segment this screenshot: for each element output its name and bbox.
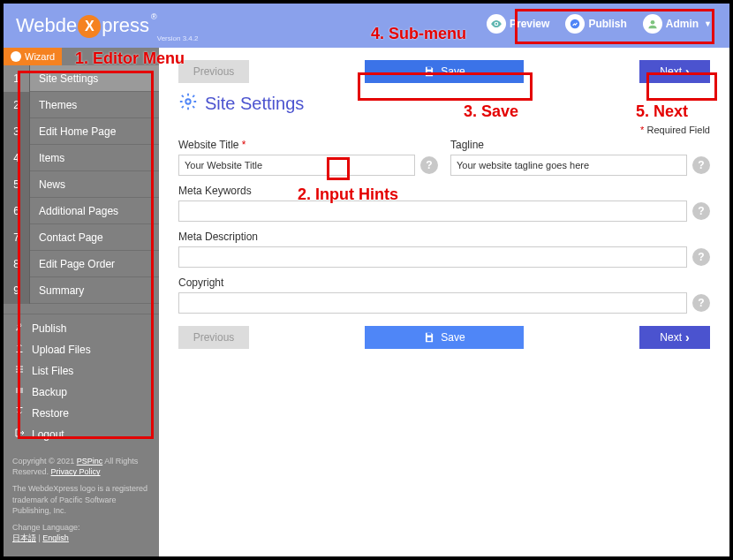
meta-keywords-field: Meta Keywords ? xyxy=(178,185,710,222)
step-label: Contact Page xyxy=(30,231,103,244)
sidebar-item-additional-pages[interactable]: 6Additional Pages xyxy=(4,198,159,224)
tagline-input[interactable] xyxy=(450,155,687,176)
page-title-row: Site Settings xyxy=(178,92,710,116)
logo-text-right: press xyxy=(102,14,149,37)
action-backup[interactable]: Backup xyxy=(4,382,159,403)
bottom-button-row: Previous Save Next › xyxy=(178,326,710,349)
sidebar-item-contact-page[interactable]: 7Contact Page xyxy=(4,224,159,251)
meta-description-label: Meta Description xyxy=(178,231,710,243)
backup-icon xyxy=(14,385,25,398)
publish-button[interactable]: Publish xyxy=(560,11,631,37)
meta-description-field: Meta Description ? xyxy=(178,231,710,268)
logo-x-icon: X xyxy=(78,15,101,38)
action-label: Logout xyxy=(32,428,64,441)
action-logout[interactable]: Logout xyxy=(4,424,159,445)
sidebar-footer: Copyright © 2021 PSPinc All Rights Reser… xyxy=(4,449,159,556)
copyright-prefix: Copyright © 2021 xyxy=(12,457,77,465)
change-language-label: Change Language: xyxy=(12,522,150,534)
action-label: Backup xyxy=(32,386,67,398)
hint-icon[interactable]: ? xyxy=(692,156,710,174)
save-button-top[interactable]: Save xyxy=(365,60,524,83)
action-label: Upload Files xyxy=(32,344,91,356)
sidebar-item-edit-page-order[interactable]: 8Edit Page Order xyxy=(4,251,159,277)
website-title-input[interactable] xyxy=(178,155,415,176)
next-label-bottom: Next xyxy=(660,331,682,344)
step-label: Items xyxy=(30,152,64,164)
step-label: Site Settings xyxy=(30,72,98,85)
lang-japanese[interactable]: 日本語 xyxy=(12,534,36,542)
hint-icon[interactable]: ? xyxy=(692,294,710,312)
preview-button[interactable]: Preview xyxy=(481,11,555,37)
svg-rect-4 xyxy=(427,72,432,75)
wizard-label: Wizard xyxy=(25,51,55,62)
next-label-top: Next xyxy=(660,65,682,78)
wizard-dot-icon xyxy=(11,51,21,62)
save-icon xyxy=(423,65,435,78)
next-button-top[interactable]: Next › xyxy=(639,60,710,83)
step-label: Edit Home Page xyxy=(30,125,116,138)
rocket-icon xyxy=(14,322,25,335)
sidebar-item-items[interactable]: 4Items xyxy=(4,145,159,171)
sidebar-spacer xyxy=(4,304,159,314)
previous-button-top: Previous xyxy=(178,60,249,83)
privacy-link[interactable]: Privacy Policy xyxy=(51,467,101,476)
action-restore[interactable]: Restore xyxy=(4,403,159,424)
wizard-steps: 1Site Settings2Themes3Edit Home Page4Ite… xyxy=(4,65,159,304)
save-icon xyxy=(423,331,435,344)
sidebar-item-themes[interactable]: 2Themes xyxy=(4,92,159,118)
next-button-bottom[interactable]: Next › xyxy=(639,326,710,349)
step-number: 3 xyxy=(4,118,30,145)
step-number: 4 xyxy=(4,145,30,171)
admin-menu[interactable]: Admin ▼ xyxy=(638,11,717,37)
meta-keywords-label: Meta Keywords xyxy=(178,185,710,197)
copyright-label: Copyright xyxy=(178,276,710,289)
globe-icon xyxy=(565,14,585,34)
wizard-tab[interactable]: Wizard xyxy=(4,48,62,65)
tagline-label: Tagline xyxy=(450,139,710,151)
lang-english[interactable]: English xyxy=(42,534,69,542)
save-button-bottom[interactable]: Save xyxy=(365,326,524,349)
chevron-down-icon: ▼ xyxy=(704,19,712,28)
page-title: Site Settings xyxy=(205,94,304,114)
sidebar-item-summary[interactable]: 9Summary xyxy=(4,277,159,304)
logout-icon xyxy=(14,428,25,441)
main-area: Wizard 1Site Settings2Themes3Edit Home P… xyxy=(4,48,729,556)
action-list-files[interactable]: List Files xyxy=(4,360,159,382)
svg-rect-3 xyxy=(427,67,432,70)
sidebar-item-edit-home-page[interactable]: 3Edit Home Page xyxy=(4,118,159,145)
previous-button-bottom: Previous xyxy=(178,326,249,349)
step-label: News xyxy=(30,178,65,191)
action-publish[interactable]: Publish xyxy=(4,318,159,339)
action-label: List Files xyxy=(32,365,73,377)
hint-icon[interactable]: ? xyxy=(692,202,710,220)
publish-label: Publish xyxy=(588,18,626,30)
sidebar-item-site-settings[interactable]: 1Site Settings xyxy=(4,65,159,92)
step-number: 7 xyxy=(4,224,30,251)
svg-rect-6 xyxy=(427,333,432,336)
step-label: Themes xyxy=(30,99,77,111)
copyright-field: Copyright ? xyxy=(178,276,710,314)
svg-point-5 xyxy=(185,99,191,104)
chevron-right-icon: › xyxy=(685,330,690,344)
hint-icon[interactable]: ? xyxy=(692,248,710,266)
meta-keywords-input[interactable] xyxy=(178,201,687,222)
step-number: 8 xyxy=(4,251,30,277)
copyright-input[interactable] xyxy=(178,292,687,314)
top-right-menu: Preview Publish Admin ▼ xyxy=(481,11,717,37)
hint-icon[interactable]: ? xyxy=(420,156,438,174)
pspinc-link[interactable]: PSPinc xyxy=(77,457,103,465)
eye-icon xyxy=(487,14,506,34)
action-upload-files[interactable]: Upload Files xyxy=(4,339,159,360)
website-title-label: Website Title xyxy=(178,139,238,151)
chevron-right-icon: › xyxy=(685,64,690,79)
sidebar: Wizard 1Site Settings2Themes3Edit Home P… xyxy=(4,48,159,556)
step-label: Additional Pages xyxy=(30,205,118,217)
sidebar-item-news[interactable]: 5News xyxy=(4,171,159,198)
list-icon xyxy=(14,364,25,377)
step-number: 6 xyxy=(4,198,30,224)
admin-label: Admin xyxy=(666,18,699,30)
save-label-bottom: Save xyxy=(441,331,465,344)
meta-description-input[interactable] xyxy=(178,246,687,268)
step-number: 9 xyxy=(4,277,30,304)
registered-icon: ® xyxy=(151,12,157,21)
